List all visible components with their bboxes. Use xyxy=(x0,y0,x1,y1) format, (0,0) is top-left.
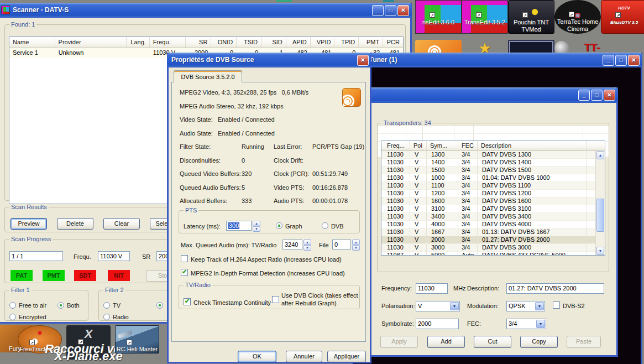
dvbs2-checkbox[interactable] xyxy=(553,301,560,309)
polarisation-select[interactable]: V▼ xyxy=(416,301,460,311)
column-header[interactable]: Pol xyxy=(410,141,427,150)
scan-results-button[interactable]: Clear xyxy=(103,218,140,230)
close-icon[interactable]: ✕ xyxy=(397,5,409,16)
column-header[interactable]: TSID xyxy=(237,37,261,48)
transponder-row[interactable]: 11030 V 1100 3/4 DATV DVBS 1100 xyxy=(381,182,595,190)
column-header[interactable]: ONID xyxy=(211,37,237,48)
dialog-titlebar[interactable]: Propriétés de DVB Source ✕ xyxy=(167,53,371,67)
apply-button[interactable]: Appliquer xyxy=(327,351,366,362)
scanner-titlebar[interactable]: Scanner - DATV-S _ □ ✕ xyxy=(0,3,412,18)
close-icon[interactable]: ✕ xyxy=(628,55,640,66)
column-header[interactable]: Lang. xyxy=(127,37,150,48)
column-header[interactable]: SID xyxy=(261,37,286,48)
scrollbar[interactable]: ▲ ▼ xyxy=(595,151,605,255)
column-header[interactable]: PMT xyxy=(359,37,383,48)
radio-radio[interactable] xyxy=(103,314,110,320)
latency-field[interactable]: 300 xyxy=(226,221,252,231)
scroll-down-icon[interactable]: ▼ xyxy=(596,247,604,255)
minimize-icon[interactable]: _ xyxy=(603,55,614,66)
cancel-button[interactable]: Annuler xyxy=(286,351,322,362)
column-header[interactable]: VPID xyxy=(311,37,335,48)
column-header[interactable]: SR xyxy=(186,37,212,48)
symbolrate-field[interactable]: 2000 xyxy=(416,319,459,329)
desktop-icon[interactable]: ↗ nsEdit 3.6.0 xyxy=(415,0,462,34)
column-header[interactable]: Sym... xyxy=(427,141,458,150)
transponder-row[interactable]: 11030 V 3000 3/4 DATV DVBS 3000 xyxy=(381,244,595,252)
column-header[interactable]: TPID xyxy=(334,37,359,48)
column-header[interactable]: Frequ. xyxy=(150,37,186,48)
maximize-icon[interactable]: □ xyxy=(385,5,396,16)
max-queued-tv-field[interactable]: 3240 xyxy=(282,240,302,249)
transponder-row[interactable]: 11030 V 1600 3/4 DATV DVBS 1600 xyxy=(381,197,595,205)
edit-button[interactable]: Add xyxy=(427,336,465,348)
column-header[interactable]: APID xyxy=(286,37,311,48)
minimize-icon[interactable]: _ xyxy=(372,5,384,16)
transponder-row[interactable]: 11030 V 1000 3/4 01.04: DATV DVBS 1000 xyxy=(381,174,595,182)
desktop-icon[interactable]: ↗ TerraTec HomeCinema xyxy=(554,0,601,34)
tab-dvb-source[interactable]: DVB Source 3.5.2.0 xyxy=(174,70,242,82)
edit-button[interactable]: Cut xyxy=(474,336,511,348)
fec-select[interactable]: 3/4▼ xyxy=(506,319,546,329)
edit-button[interactable]: Copy xyxy=(520,336,558,348)
column-header[interactable]: FEC xyxy=(458,141,478,150)
transponder-titlebar[interactable]: _ □ ✕ xyxy=(365,87,618,103)
transponder-row[interactable]: 11087 V 5000 Auto DATV DVBS 437 DG0VE 50… xyxy=(381,252,595,256)
column-header[interactable]: Provider xyxy=(55,37,127,48)
desktop-icon[interactable]: ↗ Pouchin TNTTVMod xyxy=(508,0,554,34)
column-header[interactable]: Description xyxy=(478,141,587,150)
close-icon[interactable]: ✕ xyxy=(604,90,615,101)
transponder-row[interactable]: 11030 V 1300 3/4 DATV DVBS 1300 xyxy=(381,151,595,159)
transponder-row[interactable]: 11030 V 4000 3/4 DATV DVBS 4000 xyxy=(381,221,595,228)
filter1-groupbox: Filter 1 Free to air Encrypted Both xyxy=(4,287,88,321)
edit-button[interactable]: Paste xyxy=(567,336,601,348)
graph-radio[interactable] xyxy=(276,222,282,229)
tv-radio[interactable] xyxy=(103,302,110,309)
transponder-row[interactable]: 11030 V 2000 3/4 01.27: DATV DVBS 2000 xyxy=(381,236,595,244)
transponder-row[interactable]: 11030 V 3400 3/4 DATV DVBS 3400 xyxy=(381,213,595,221)
desktop-icon[interactable]: HDTV↗ BlazeDTV 3.5 xyxy=(601,0,644,34)
timestamp-continuity-checkbox[interactable] xyxy=(184,298,191,305)
frequ-field[interactable]: 11030 V xyxy=(98,251,130,261)
chevron-down-icon[interactable]: ▼ xyxy=(450,302,459,310)
use-dvb-clock-checkbox[interactable] xyxy=(272,296,279,303)
frequency-field[interactable]: 11030 xyxy=(416,283,448,294)
close-icon[interactable]: ✕ xyxy=(357,55,369,66)
modulation-select[interactable]: QPSK▼ xyxy=(506,301,545,311)
transponder-row[interactable]: 11030 V 1500 3/4 DATV DVBS 1500 xyxy=(381,167,595,174)
transponder-row[interactable] xyxy=(378,126,609,134)
description-field[interactable]: 01.27: DATV DVBS 2000 xyxy=(506,283,604,294)
scrollbar-thumb[interactable] xyxy=(596,199,604,232)
maximize-icon[interactable]: □ xyxy=(591,90,603,101)
edit-button[interactable]: Apply xyxy=(380,336,418,348)
chevron-down-icon[interactable]: ▼ xyxy=(535,302,544,310)
column-header[interactable]: Freq... xyxy=(381,141,410,150)
maximize-icon[interactable]: □ xyxy=(615,55,627,66)
scroll-up-icon[interactable]: ▲ xyxy=(596,151,604,159)
transponder-row[interactable]: 11030 V 1200 3/4 DATV DVBS 1200 xyxy=(381,190,595,197)
ok-button[interactable]: OK xyxy=(238,351,276,362)
column-header[interactable]: PCR xyxy=(383,37,403,48)
minimize-icon[interactable]: _ xyxy=(578,90,590,101)
tuner-titlebar[interactable]: Tuner (1) _ □ ✕ xyxy=(352,53,642,67)
transponder-row[interactable]: 11030 V 3100 3/4 DATV DVBS 3100 xyxy=(381,205,595,213)
scan-results-button[interactable]: Preview xyxy=(11,218,47,230)
dvb-radio[interactable] xyxy=(322,222,328,229)
h264-aspect-checkbox[interactable] xyxy=(181,255,188,262)
scan-results-button[interactable]: Delete xyxy=(57,218,93,230)
free-to-air-radio[interactable] xyxy=(9,302,16,309)
max-queued-file-field[interactable]: 0 xyxy=(332,240,351,249)
mpeg2-indepth-checkbox[interactable] xyxy=(181,269,188,276)
progress-field[interactable]: 1 / 1 xyxy=(9,251,63,261)
both-radio[interactable] xyxy=(57,302,64,309)
latency-stepper[interactable]: ▲▼ xyxy=(253,221,260,231)
desktop-icon[interactable]: ↗ TransEdit 3.5.2 xyxy=(462,0,508,34)
filter2-both-radio[interactable] xyxy=(156,302,163,309)
chevron-down-icon[interactable]: ▼ xyxy=(536,320,545,328)
column-header[interactable]: Name xyxy=(9,37,55,48)
max-queued-tv-stepper[interactable]: ▲▼ xyxy=(303,240,311,249)
max-queued-file-stepper[interactable]: ▲▼ xyxy=(352,240,360,249)
encrypted-radio[interactable] xyxy=(9,314,16,320)
description-label: Description: xyxy=(467,285,499,292)
transponder-row[interactable]: 11030 V 1400 3/4 DATV DVBS 1400 xyxy=(381,159,595,167)
transponder-row[interactable]: 11030 V 1667 3/4 01.13: DATV DVBS 1667 xyxy=(381,228,595,236)
